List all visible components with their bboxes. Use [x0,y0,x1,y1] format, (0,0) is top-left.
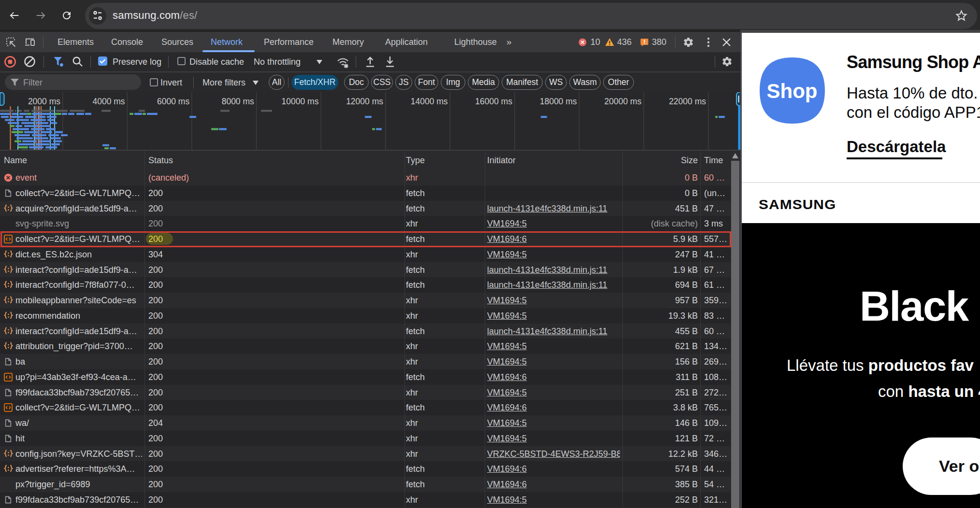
svg-text:18000 ms: 18000 ms [540,97,577,106]
svg-text:2000 ms: 2000 ms [28,97,60,106]
svg-text:4000 ms: 4000 ms [92,97,125,106]
svg-text:Shop: Shop [767,80,818,102]
svg-text:22000 ms: 22000 ms [669,97,706,106]
svg-text:20000 ms: 20000 ms [605,97,642,106]
svg-text:16000 ms: 16000 ms [475,97,512,106]
svg-text:14000 ms: 14000 ms [411,97,448,106]
svg-text:8000 ms: 8000 ms [222,97,254,106]
svg-text:12000 ms: 12000 ms [346,97,383,106]
svg-text:10000 ms: 10000 ms [282,97,319,106]
svg-text:6000 ms: 6000 ms [157,97,189,106]
